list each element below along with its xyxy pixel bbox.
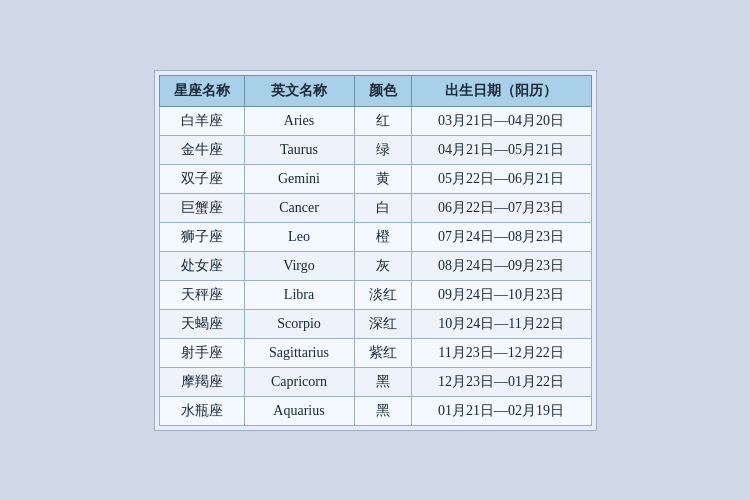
table-body: 白羊座Aries红03月21日—04月20日金牛座Taurus绿04月21日—0… bbox=[159, 106, 591, 425]
table-row: 白羊座Aries红03月21日—04月20日 bbox=[159, 106, 591, 135]
table-row: 摩羯座Capricorn黑12月23日—01月22日 bbox=[159, 367, 591, 396]
cell-chinese-name: 狮子座 bbox=[159, 222, 244, 251]
cell-english-name: Cancer bbox=[244, 193, 354, 222]
cell-chinese-name: 水瓶座 bbox=[159, 396, 244, 425]
cell-english-name: Taurus bbox=[244, 135, 354, 164]
cell-chinese-name: 天秤座 bbox=[159, 280, 244, 309]
cell-english-name: Gemini bbox=[244, 164, 354, 193]
table-row: 双子座Gemini黄05月22日—06月21日 bbox=[159, 164, 591, 193]
cell-color: 白 bbox=[354, 193, 411, 222]
header-chinese-name: 星座名称 bbox=[159, 75, 244, 106]
cell-color: 淡红 bbox=[354, 280, 411, 309]
cell-chinese-name: 射手座 bbox=[159, 338, 244, 367]
table-row: 处女座Virgo灰08月24日—09月23日 bbox=[159, 251, 591, 280]
cell-color: 紫红 bbox=[354, 338, 411, 367]
cell-date: 05月22日—06月21日 bbox=[411, 164, 591, 193]
table-row: 巨蟹座Cancer白06月22日—07月23日 bbox=[159, 193, 591, 222]
cell-english-name: Libra bbox=[244, 280, 354, 309]
cell-chinese-name: 金牛座 bbox=[159, 135, 244, 164]
header-date: 出生日期（阳历） bbox=[411, 75, 591, 106]
cell-chinese-name: 白羊座 bbox=[159, 106, 244, 135]
cell-english-name: Sagittarius bbox=[244, 338, 354, 367]
cell-date: 06月22日—07月23日 bbox=[411, 193, 591, 222]
cell-english-name: Virgo bbox=[244, 251, 354, 280]
cell-chinese-name: 巨蟹座 bbox=[159, 193, 244, 222]
header-color: 颜色 bbox=[354, 75, 411, 106]
table-row: 水瓶座Aquarius黑01月21日—02月19日 bbox=[159, 396, 591, 425]
cell-english-name: Aries bbox=[244, 106, 354, 135]
cell-date: 12月23日—01月22日 bbox=[411, 367, 591, 396]
cell-date: 07月24日—08月23日 bbox=[411, 222, 591, 251]
cell-english-name: Leo bbox=[244, 222, 354, 251]
cell-color: 黑 bbox=[354, 367, 411, 396]
cell-date: 10月24日—11月22日 bbox=[411, 309, 591, 338]
cell-chinese-name: 双子座 bbox=[159, 164, 244, 193]
cell-color: 红 bbox=[354, 106, 411, 135]
cell-date: 03月21日—04月20日 bbox=[411, 106, 591, 135]
cell-chinese-name: 处女座 bbox=[159, 251, 244, 280]
cell-chinese-name: 摩羯座 bbox=[159, 367, 244, 396]
table-row: 狮子座Leo橙07月24日—08月23日 bbox=[159, 222, 591, 251]
cell-english-name: Aquarius bbox=[244, 396, 354, 425]
table-row: 射手座Sagittarius紫红11月23日—12月22日 bbox=[159, 338, 591, 367]
cell-date: 01月21日—02月19日 bbox=[411, 396, 591, 425]
cell-english-name: Scorpio bbox=[244, 309, 354, 338]
zodiac-table-container: 星座名称 英文名称 颜色 出生日期（阳历） 白羊座Aries红03月21日—04… bbox=[154, 70, 597, 431]
table-row: 金牛座Taurus绿04月21日—05月21日 bbox=[159, 135, 591, 164]
cell-color: 黄 bbox=[354, 164, 411, 193]
cell-color: 灰 bbox=[354, 251, 411, 280]
cell-date: 11月23日—12月22日 bbox=[411, 338, 591, 367]
cell-date: 09月24日—10月23日 bbox=[411, 280, 591, 309]
cell-chinese-name: 天蝎座 bbox=[159, 309, 244, 338]
zodiac-table: 星座名称 英文名称 颜色 出生日期（阳历） 白羊座Aries红03月21日—04… bbox=[159, 75, 592, 426]
cell-date: 08月24日—09月23日 bbox=[411, 251, 591, 280]
header-english-name: 英文名称 bbox=[244, 75, 354, 106]
table-header-row: 星座名称 英文名称 颜色 出生日期（阳历） bbox=[159, 75, 591, 106]
cell-color: 橙 bbox=[354, 222, 411, 251]
cell-date: 04月21日—05月21日 bbox=[411, 135, 591, 164]
table-row: 天蝎座Scorpio深红10月24日—11月22日 bbox=[159, 309, 591, 338]
table-row: 天秤座Libra淡红09月24日—10月23日 bbox=[159, 280, 591, 309]
cell-color: 深红 bbox=[354, 309, 411, 338]
cell-color: 黑 bbox=[354, 396, 411, 425]
cell-english-name: Capricorn bbox=[244, 367, 354, 396]
cell-color: 绿 bbox=[354, 135, 411, 164]
